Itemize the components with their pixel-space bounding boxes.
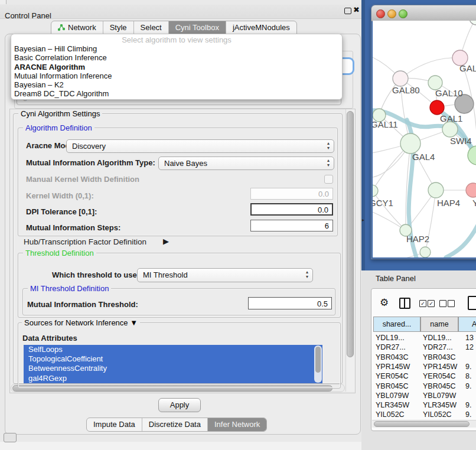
checked-checkbox-icon[interactable]: ✓ <box>419 300 426 307</box>
table-cell: YBR045C <box>376 381 409 391</box>
table-cell: 8. <box>465 371 471 381</box>
tab-jactivemnodules[interactable]: jActiveMNodules <box>226 21 296 34</box>
table-row-yer054c[interactable]: YER054CYER054C8. <box>373 371 476 381</box>
algorithm-dropdown-options: Bayesian – Hill ClimbingBasic Correlatio… <box>11 44 342 99</box>
attribute-item-betweennesscentrality[interactable]: BetweennessCentrality <box>24 364 322 373</box>
kernel-width-field[interactable]: 0.0 <box>250 188 333 200</box>
which-threshold-label: Which threshold to use: <box>52 270 139 279</box>
split-columns-icon[interactable] <box>399 298 410 309</box>
bottom-tab-discretize-data[interactable]: Discretize Data <box>142 418 208 431</box>
aracne-mode-combobox[interactable]: Discovery ▴▾ <box>66 139 334 153</box>
tab-select[interactable]: Select <box>134 21 169 34</box>
attribute-item-selfloops[interactable]: SelfLoops <box>24 345 322 354</box>
table-cell: 9. <box>465 381 471 391</box>
table-cell: YPR145W <box>376 362 410 371</box>
network-node-top-partial[interactable] <box>470 21 476 25</box>
table-cell: 13 <box>465 333 474 343</box>
manual-kernel-label: Manual Kernel Width Definition <box>26 175 139 184</box>
mi-steps-field[interactable]: 6 <box>250 220 333 231</box>
vertical-scrollbar-thumb[interactable] <box>347 111 354 357</box>
minimized-panel-icon[interactable] <box>4 433 17 442</box>
table-row-ybl079w[interactable]: YBL079WYBL079W <box>373 391 476 400</box>
close-traffic-light[interactable] <box>376 9 385 18</box>
column-header-name[interactable]: name <box>420 317 458 332</box>
table-row-yil052c[interactable]: YIL052CYIL052C9. <box>373 410 476 419</box>
node-label-gal4: GAL4 <box>412 152 435 162</box>
table-cell: YER054C <box>423 371 456 381</box>
table-cell: YBR043C <box>376 353 409 362</box>
table-cell: YDR27... <box>376 343 406 352</box>
close-icon[interactable]: ✖ <box>353 5 360 14</box>
app-root: Control Panel ✖ NetworkStyleSelectCyni T… <box>0 0 476 450</box>
table-row-ylr345w[interactable]: YLR345WYLR345W9. <box>373 400 476 410</box>
table-row-ydl19[interactable]: YDL19...YDL19...13 <box>373 333 476 343</box>
table-cell: YDL19... <box>376 333 405 343</box>
mi-threshold-group-title: MI Threshold Definition <box>28 284 111 293</box>
mi-threshold-field[interactable]: 0.5 <box>248 297 332 309</box>
hub-definition-label[interactable]: Hub/Transcription Factor Definition <box>24 237 146 246</box>
table-row-ybr043c[interactable]: YBR043CYBR043C <box>373 353 476 362</box>
cyni-settings-title: Cyni Algorithm Settings <box>18 109 102 118</box>
table-row-ydr27[interactable]: YDR27...YDR27...12 <box>373 343 476 352</box>
table-cell: 9. <box>465 410 471 419</box>
network-node-SWI4[interactable] <box>442 122 458 137</box>
algorithm-option-basic-correlation-inference[interactable]: Basic Correlation Inference <box>11 53 342 62</box>
table-row-ypr145w[interactable]: YPR145WYPR145W9. <box>373 362 476 371</box>
control-panel-titlebar: Control Panel <box>0 5 361 19</box>
network-canvas[interactable]: GALGAL80GAL10GAL1GAL11SWI4GAL4GCY1HAP4YH… <box>373 21 476 257</box>
column-header-shared[interactable]: shared... <box>373 317 420 332</box>
table-cell: YBR043C <box>423 353 456 362</box>
control-panel-tabbar: NetworkStyleSelectCyni ToolboxjActiveMNo… <box>51 21 297 35</box>
minimize-traffic-light[interactable] <box>387 9 396 18</box>
tab-network[interactable]: Network <box>51 21 103 34</box>
table-row-ybr045c[interactable]: YBR045CYBR045C9. <box>373 381 476 391</box>
gear-icon[interactable]: ⚙ <box>380 296 389 309</box>
network-node-GAL80[interactable] <box>393 71 408 86</box>
document-icon[interactable] <box>468 296 476 310</box>
caret-down-icon[interactable]: ▼ <box>130 318 138 327</box>
attribute-item-gal4rgexp[interactable]: gal4RGexp <box>24 374 322 383</box>
network-node-right-green[interactable] <box>468 146 476 165</box>
bottom-tab-impute-data[interactable]: Impute Data <box>87 418 142 431</box>
network-node-HAP4[interactable] <box>428 182 444 198</box>
splitter-arrow-icon[interactable]: ▸ <box>362 217 364 223</box>
table-cell: YDL19... <box>423 333 452 343</box>
manual-kernel-checkbox[interactable] <box>324 175 333 184</box>
apply-button[interactable]: Apply <box>158 398 201 412</box>
mi-algorithm-type-combobox[interactable]: Naive Bayes ▴▾ <box>158 156 334 170</box>
algorithm-definition-title: Algorithm Definition <box>23 123 94 132</box>
attribute-item-topologicalcoefficient[interactable]: TopologicalCoefficient <box>24 354 322 364</box>
network-node-bottom-partial[interactable] <box>420 247 431 257</box>
algorithm-option-bayesian-k2[interactable]: Bayesian – K2 <box>11 80 342 89</box>
float-window-icon[interactable] <box>344 8 351 14</box>
tab-style[interactable]: Style <box>103 21 134 34</box>
spinner-arrows-icon: ▴▾ <box>327 158 330 168</box>
column-header-a[interactable]: A <box>458 317 476 332</box>
bottom-tab-infer-network[interactable]: Infer Network <box>208 418 266 431</box>
checked-checkbox-icon[interactable]: ✓ <box>428 300 435 307</box>
network-node-GAL4[interactable] <box>400 133 420 154</box>
table-horizontal-scrollbar-thumb[interactable] <box>374 421 470 427</box>
kernel-width-label: Kernel Width (0,1): <box>26 191 94 200</box>
network-window-titlebar[interactable] <box>371 5 476 21</box>
network-node-GAL1[interactable] <box>430 100 444 115</box>
dpi-tolerance-field[interactable]: 0.0 <box>250 203 333 216</box>
list-scrollbar-thumb[interactable] <box>315 347 321 373</box>
unchecked-checkbox-icon[interactable] <box>448 300 455 307</box>
which-threshold-combobox[interactable]: MI Threshold ▴▾ <box>137 268 313 282</box>
node-label-gcy1: GCY1 <box>373 198 393 208</box>
algorithm-option-bayesian-hill-climbing[interactable]: Bayesian – Hill Climbing <box>11 44 342 53</box>
algorithm-option-mutual-information-inference[interactable]: Mutual Information Inference <box>11 71 342 80</box>
algorithm-option-dream8-dc-tdc-algorithm[interactable]: Dream8 DC_TDC Algorithm <box>11 89 342 98</box>
zoom-traffic-light[interactable] <box>399 9 407 18</box>
table-cell: YLR345W <box>423 400 457 410</box>
algorithm-option-aracne-algorithm[interactable]: ARACNE Algorithm <box>11 63 342 71</box>
mi-threshold-label: Mutual Information Threshold: <box>27 300 138 309</box>
table-rows: YDL19...YDL19...13YDR27...YDR27...12YBR0… <box>373 333 476 419</box>
node-label-hap2: HAP2 <box>406 234 429 244</box>
tab-cyni-toolbox[interactable]: Cyni Toolbox <box>169 21 226 34</box>
caret-right-icon[interactable]: ▶ <box>163 237 169 246</box>
network-node-GCY1[interactable] <box>373 185 378 197</box>
network-node-salmon-node[interactable] <box>466 183 476 197</box>
unchecked-checkbox-icon[interactable] <box>439 300 446 307</box>
